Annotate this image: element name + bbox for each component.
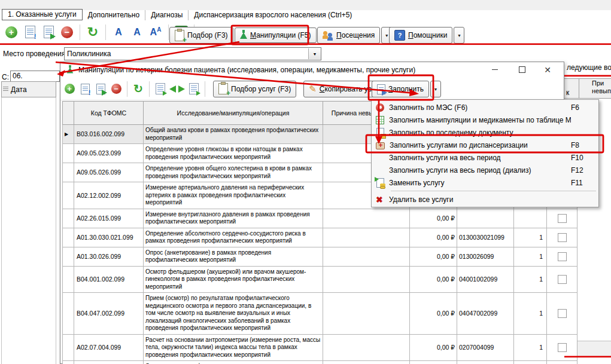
delete-service-icon[interactable]: − xyxy=(110,82,123,96)
cell-tfoms-code: B03.016.002.099 xyxy=(74,125,144,144)
row-checkbox[interactable] xyxy=(558,214,567,223)
row-checkbox[interactable] xyxy=(558,233,567,242)
cell-tfoms-code: A12.10.001.099 xyxy=(74,361,144,364)
cell-service-name: Измерение артериального давления на пери… xyxy=(144,182,323,209)
background-grid-line xyxy=(1,97,2,364)
menu-item-icon xyxy=(376,178,384,188)
cell-quantity: 1 xyxy=(514,266,547,293)
header-selector xyxy=(63,102,74,125)
first-document-icon[interactable] xyxy=(154,82,167,96)
menu-item[interactable]: Заполнить услуги на весь период (диализ)… xyxy=(372,164,598,176)
next-document-icon[interactable] xyxy=(178,85,185,93)
place-value: Поликлиника xyxy=(65,50,308,58)
cell-price: 0,00 ₽ xyxy=(410,247,457,266)
menu-item-label: Заполнить услугами по диспансеризации xyxy=(390,141,571,149)
edit-record-icon[interactable]: ! xyxy=(22,25,38,40)
cell-tfoms-code: B04.001.002.099 xyxy=(74,266,144,293)
toolbar-separator xyxy=(127,81,127,97)
date-from-input[interactable]: 06. xyxy=(10,71,60,82)
cell-tfoms-code: A01.30.026.099 xyxy=(74,247,144,266)
menu-item[interactable]: Заполнить манипуляции и медикаменты по т… xyxy=(372,114,598,126)
helpers-button-group: ? Помощники ▼ xyxy=(389,27,464,44)
refresh-services-icon[interactable]: ↻ xyxy=(132,82,145,96)
cell-tfoms-code: A02.12.002.099 xyxy=(74,182,144,209)
table-row[interactable]: A01.30.030.021.099 Определение абсолютно… xyxy=(63,228,577,247)
close-button[interactable]: ✕ xyxy=(539,63,557,76)
table-row[interactable]: A01.30.026.099 Опрос (анкетирование) в р… xyxy=(63,247,577,266)
cell-quantity: 1 xyxy=(514,334,547,361)
save-service-icon[interactable] xyxy=(94,82,107,96)
menu-item-shortcut: F6 xyxy=(571,103,594,112)
delete-record-icon[interactable]: − xyxy=(59,25,75,40)
cell-federal-code xyxy=(457,209,514,228)
place-combobox[interactable]: Поликлиника ▼ xyxy=(64,47,321,60)
place-dropdown-arrow[interactable]: ▼ xyxy=(308,48,321,59)
menu-item-label: Заполнить услуги на весь период (диализ) xyxy=(389,166,571,175)
previous-document-icon[interactable] xyxy=(169,85,176,93)
table-row[interactable]: B04.047.002.099 Прием (осмотр) по резуль… xyxy=(63,293,577,335)
tab-diagnozy[interactable]: Диагнозы xyxy=(145,10,188,20)
font-increase-icon[interactable]: A xyxy=(111,25,126,40)
dialog-title-bar[interactable]: Манипуляции по истории болезни пациента … xyxy=(60,62,564,78)
toolbar-separator xyxy=(149,81,150,97)
helpers-dropdown-arrow[interactable]: ▼ xyxy=(454,27,464,44)
menu-item-icon xyxy=(376,195,384,204)
cell-checkbox xyxy=(547,293,577,335)
add-record-icon[interactable]: + xyxy=(4,25,19,40)
dialog-title: Манипуляции по истории болезни пациента … xyxy=(78,66,415,74)
background-right-header: к Приневып xyxy=(564,78,611,99)
menu-item[interactable]: Заполнить услуги на весь период F10 xyxy=(372,151,598,164)
tab-okazannye-uslugi[interactable]: 1. Оказанные услуги xyxy=(2,9,83,20)
cell-quantity xyxy=(514,209,547,228)
toolbar-separator xyxy=(168,25,169,40)
cell-checkbox xyxy=(547,228,577,247)
cell-checkbox xyxy=(547,266,577,293)
cell-quantity: 1 xyxy=(514,293,547,335)
cell-service-name: Определение уровня глюкозы в крови натощ… xyxy=(144,144,323,163)
minimize-button[interactable] xyxy=(486,63,504,76)
fill-button[interactable]: Заполнить xyxy=(372,81,429,97)
table-row[interactable]: B04.001.002.099 Осмотр фельдшером (акуше… xyxy=(63,266,577,293)
podbor-button[interactable]: Подбор (F3) xyxy=(169,27,233,44)
row-checkbox[interactable] xyxy=(558,275,567,284)
helpers-button[interactable]: ? Помощники xyxy=(389,27,452,44)
row-checkbox[interactable] xyxy=(558,309,567,318)
maximize-button[interactable] xyxy=(513,63,531,76)
menu-item[interactable]: Заполнить по последнему документу xyxy=(372,126,598,139)
manipulations-button[interactable]: Манипуляции (F5) xyxy=(235,27,317,43)
menu-item-fill-dispanserization[interactable]: Заполнить услугами по диспансеризации F8 xyxy=(372,139,598,151)
table-row[interactable]: A12.10.001.099 Электрокардиография в пок… xyxy=(63,361,577,364)
cell-checkbox xyxy=(547,209,577,228)
font-decrease-icon[interactable]: A xyxy=(129,25,145,40)
podbor-uslug-button[interactable]: Подбор услуг (F3) xyxy=(213,81,296,97)
menu-separator xyxy=(391,191,596,191)
menu-item-shortcut: F8 xyxy=(571,141,594,149)
row-selector-cell xyxy=(63,163,74,182)
edit-service-icon[interactable]: ! xyxy=(78,82,92,96)
clipboard-icon xyxy=(175,30,184,41)
table-row[interactable]: A02.26.015.099 Измерение внутриглазного … xyxy=(63,209,577,228)
add-service-icon[interactable]: + xyxy=(63,82,76,96)
row-checkbox[interactable] xyxy=(558,343,567,352)
menu-item-label: Заполнить услуги на весь период xyxy=(389,154,571,162)
save-record-icon[interactable] xyxy=(41,25,56,40)
cell-reason xyxy=(323,209,410,228)
toolbar-separator xyxy=(105,25,106,40)
menu-item[interactable]: Заполнить по МЭС (F6) F6 xyxy=(372,101,598,114)
menu-item-icon xyxy=(376,142,385,149)
cell-reason xyxy=(323,247,410,266)
menu-item-icon xyxy=(376,154,384,162)
row-checkbox[interactable] xyxy=(558,252,567,261)
menu-item[interactable]: Заменить услугу F11 xyxy=(372,176,598,189)
fill-dropdown-arrow[interactable]: ▼ xyxy=(430,81,441,97)
font-reset-icon[interactable]: AA xyxy=(148,25,163,40)
tab-dispanserizaciya[interactable]: Диспансеризация взрослого населения (Ctr… xyxy=(188,10,357,20)
cell-reason xyxy=(323,266,410,293)
tab-dopolnitelno[interactable]: Дополнительно xyxy=(83,10,145,20)
table-row[interactable]: A02.07.004.099 Расчет на основании антро… xyxy=(63,334,577,361)
menu-item[interactable]: Удалить все услуги xyxy=(372,193,598,206)
refresh-icon[interactable]: ↻ xyxy=(85,25,101,40)
last-document-icon[interactable] xyxy=(187,82,200,96)
visits-button[interactable]: Посещения xyxy=(317,27,380,44)
cell-service-name: Определение уровня общего холестерина в … xyxy=(144,163,323,182)
